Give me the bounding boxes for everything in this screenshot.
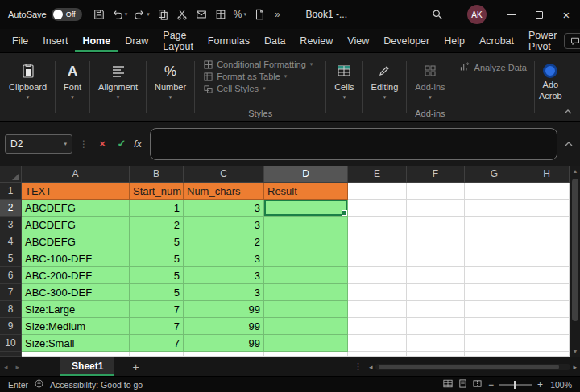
cell-G2[interactable]: [465, 200, 524, 217]
cell-B1[interactable]: Start_num: [130, 183, 184, 200]
cell-G10[interactable]: [465, 335, 524, 352]
cells-group-button[interactable]: Cells ▾: [327, 53, 361, 121]
accessibility-status[interactable]: Accessibility: Good to go: [50, 380, 143, 390]
cell-C3[interactable]: 3: [184, 217, 264, 233]
zoom-slider-thumb[interactable]: [514, 381, 516, 389]
autosave-toggle[interactable]: Off: [52, 8, 82, 21]
editing-group-button[interactable]: Editing ▾: [364, 53, 406, 121]
cell-C9[interactable]: 99: [184, 318, 264, 335]
cell-D1[interactable]: Result: [264, 183, 348, 200]
cell-A5[interactable]: ABC-100-DEF: [22, 250, 130, 267]
cell-F1[interactable]: [407, 183, 465, 200]
cell-A2[interactable]: ABCDEFG: [22, 200, 130, 217]
cancel-entry-button[interactable]: ×: [95, 138, 110, 150]
table-icon[interactable]: [212, 5, 230, 24]
cell-D8[interactable]: [264, 301, 348, 318]
zoom-out-button[interactable]: −: [488, 379, 494, 390]
cell-F6[interactable]: [407, 267, 465, 284]
comments-button[interactable]: [564, 33, 580, 49]
scroll-up-icon[interactable]: ▲: [570, 168, 580, 174]
sheet-tab-sheet1[interactable]: Sheet1: [60, 357, 114, 376]
tab-power-pivot[interactable]: Power Pivot: [521, 29, 564, 52]
cell-H5[interactable]: [524, 250, 570, 267]
row-header-10[interactable]: 10: [0, 335, 22, 352]
row-header-2[interactable]: 2: [0, 200, 22, 217]
select-all-button[interactable]: [0, 166, 22, 183]
cell-B3[interactable]: 2: [130, 217, 184, 233]
insert-function-button[interactable]: fx: [134, 138, 142, 150]
cell-E7[interactable]: [348, 284, 407, 301]
cell-E2[interactable]: [348, 200, 407, 217]
column-header-F[interactable]: F: [407, 166, 465, 183]
tab-page-layout[interactable]: Page Layout: [155, 29, 201, 52]
more-commands-button[interactable]: »: [270, 9, 285, 20]
row-header-1[interactable]: 1: [0, 183, 22, 200]
expand-formula-bar-icon[interactable]: [562, 142, 575, 146]
tab-draw[interactable]: Draw: [118, 29, 155, 52]
row-header-4[interactable]: 4: [0, 233, 22, 250]
zoom-slider[interactable]: [499, 384, 532, 386]
tab-help[interactable]: Help: [437, 29, 472, 52]
cell-H6[interactable]: [524, 267, 570, 284]
cell-A6[interactable]: ABC-200-DEF: [22, 267, 130, 284]
cell-D6[interactable]: [264, 267, 348, 284]
next-sheet-icon[interactable]: ▸: [12, 363, 24, 371]
cell-H4[interactable]: [524, 233, 570, 250]
cell-D5[interactable]: [264, 250, 348, 267]
clipboard-group-button[interactable]: Clipboard ▾: [2, 53, 54, 121]
tab-insert[interactable]: Insert: [35, 29, 75, 52]
prev-sheet-icon[interactable]: ◂: [0, 363, 12, 371]
cell-G6[interactable]: [465, 267, 524, 284]
number-format-button[interactable]: % ▾: [231, 5, 249, 24]
cell-C8[interactable]: 99: [184, 301, 264, 318]
cell-B6[interactable]: 5: [130, 267, 184, 284]
document-icon[interactable]: [251, 5, 268, 24]
zoom-percentage[interactable]: 100%: [548, 380, 572, 390]
cell-G3[interactable]: [465, 217, 524, 233]
cell-A3[interactable]: ABCDEFG: [22, 217, 130, 233]
cell-B5[interactable]: 5: [130, 250, 184, 267]
vertical-scrollbar[interactable]: ▲ ▼: [570, 166, 580, 357]
vertical-scrollbar-thumb[interactable]: [572, 179, 578, 321]
tab-formulas[interactable]: Formulas: [201, 29, 257, 52]
accessibility-icon[interactable]: [35, 379, 44, 390]
cell-D3[interactable]: [264, 217, 348, 233]
tab-developer[interactable]: Developer: [376, 29, 437, 52]
cell-F7[interactable]: [407, 284, 465, 301]
cell-B7[interactable]: 5: [130, 284, 184, 301]
row-header-5[interactable]: 5: [0, 250, 22, 267]
font-group-button[interactable]: A Font ▾: [56, 53, 89, 121]
minimize-button[interactable]: [498, 0, 525, 29]
cell-A8[interactable]: Size:Large: [22, 301, 130, 318]
cell-E6[interactable]: [348, 267, 407, 284]
add-sheet-button[interactable]: +: [127, 361, 143, 373]
cell-C1[interactable]: Num_chars: [184, 183, 264, 200]
tab-home[interactable]: Home: [75, 29, 118, 52]
cell-H3[interactable]: [524, 217, 570, 233]
cell-A10[interactable]: Size:Small: [22, 335, 130, 352]
cell-F3[interactable]: [407, 217, 465, 233]
column-header-H[interactable]: H: [524, 166, 570, 183]
cell-F9[interactable]: [407, 318, 465, 335]
cell-styles-button[interactable]: Cell Styles ▾: [204, 84, 317, 93]
column-header-C[interactable]: C: [184, 166, 264, 183]
cell-G5[interactable]: [465, 250, 524, 267]
add-ins-group-button[interactable]: Add-ins ▾ Add-ins: [408, 53, 452, 121]
scroll-left-icon[interactable]: ◂: [369, 363, 373, 371]
tab-file[interactable]: File: [5, 29, 35, 52]
cell-C5[interactable]: 3: [184, 250, 264, 267]
cell-C6[interactable]: 3: [184, 267, 264, 284]
cell-D2[interactable]: [264, 200, 348, 217]
cell-D4[interactable]: [264, 233, 348, 250]
row-header-3[interactable]: 3: [0, 217, 22, 233]
cell-F8[interactable]: [407, 301, 465, 318]
analyze-data-button[interactable]: Analyze Data: [453, 61, 533, 73]
cell-E3[interactable]: [348, 217, 407, 233]
cell-E5[interactable]: [348, 250, 407, 267]
cell-H2[interactable]: [524, 200, 570, 217]
maximize-button[interactable]: [525, 0, 553, 29]
cell-G7[interactable]: [465, 284, 524, 301]
confirm-entry-button[interactable]: ✓: [114, 138, 129, 150]
cell-E1[interactable]: [348, 183, 407, 200]
tab-review[interactable]: Review: [292, 29, 340, 52]
